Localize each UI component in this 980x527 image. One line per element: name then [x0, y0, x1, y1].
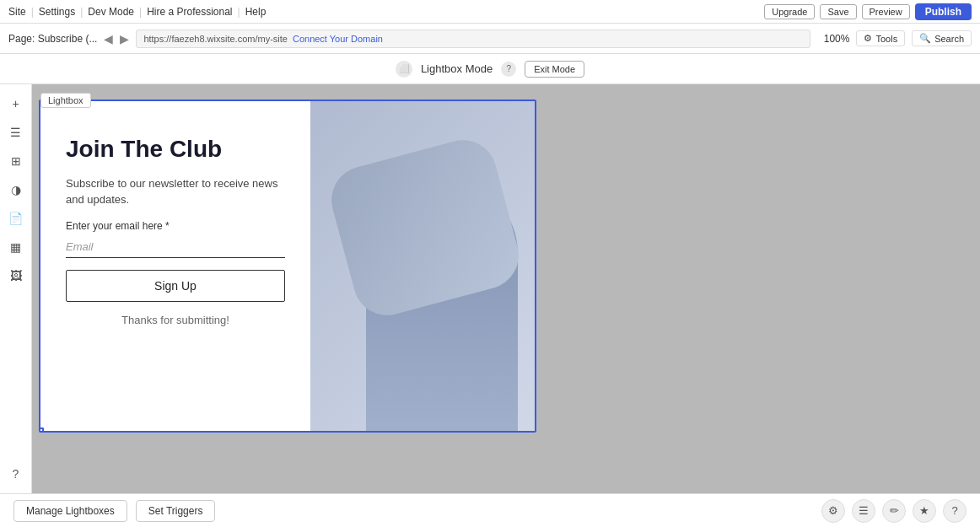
- star-circle-icon[interactable]: ★: [913, 499, 936, 523]
- canvas-area: + ☰ ⊞ ◑ 📄 ▦ 🖼 ? Lightbox Join The Club S…: [0, 84, 980, 493]
- lightbox-mode-label: Lightbox Mode: [421, 62, 493, 75]
- manage-lightboxes-button[interactable]: Manage Lightboxes: [13, 500, 127, 522]
- handle-bottom-left[interactable]: [39, 428, 44, 433]
- bottom-bar: Manage Lightboxes Set Triggers ⚙ ☰ ✏ ★ ?: [0, 493, 980, 527]
- upgrade-button[interactable]: Upgrade: [764, 4, 815, 19]
- nav-arrow-left[interactable]: ◀: [104, 32, 113, 46]
- edit-circle-icon[interactable]: ✏: [882, 499, 906, 523]
- hire-label[interactable]: Hire a Professional: [147, 6, 232, 18]
- lightbox-box[interactable]: Join The Club Subscribe to our newslette…: [39, 99, 536, 433]
- help-label[interactable]: Help: [245, 6, 267, 18]
- site-label: Site: [8, 6, 26, 18]
- lightbox-mode-bar: ⬜ Lightbox Mode ? Exit Mode: [0, 54, 980, 84]
- url-bar: https://faezeh8.wixsite.com/my-site Conn…: [136, 30, 810, 48]
- sidebar-icon-components[interactable]: ⊞: [3, 148, 29, 174]
- question-icon[interactable]: ?: [501, 62, 516, 77]
- preview-button[interactable]: Preview: [862, 4, 910, 19]
- top-bar-left: Site | Settings | Dev Mode | Hire a Prof…: [8, 6, 757, 18]
- exit-mode-button[interactable]: Exit Mode: [525, 61, 584, 78]
- connect-domain[interactable]: Connect Your Domain: [293, 34, 383, 44]
- bottom-left: Manage Lightboxes Set Triggers: [13, 500, 215, 522]
- sidebar-icon-theme[interactable]: ◑: [3, 177, 29, 202]
- signup-button[interactable]: Sign Up: [66, 270, 285, 302]
- second-bar: Page: Subscribe (... ◀ ▶ https://faezeh8…: [0, 24, 980, 54]
- lightbox-icon: ⬜: [399, 64, 409, 73]
- lightbox-image: [310, 101, 535, 431]
- sidebar-icon-media[interactable]: 🖼: [3, 263, 29, 288]
- email-label: Enter your email here *: [66, 220, 285, 232]
- lightbox-label: Lightbox: [40, 93, 91, 108]
- page-label: Page: Subscribe (...: [8, 33, 97, 45]
- bottom-right: ⚙ ☰ ✏ ★ ?: [821, 499, 967, 523]
- help-circle-icon[interactable]: ?: [943, 499, 967, 523]
- settings-circle-icon[interactable]: ⚙: [821, 499, 845, 523]
- email-field-wrapper: Enter your email here * Email: [66, 220, 285, 258]
- sidebar-icon-layers[interactable]: ☰: [3, 120, 29, 145]
- club-subtitle: Subscribe to our newsletter to receive n…: [66, 175, 285, 208]
- sidebar-icon-pages[interactable]: 📄: [3, 206, 29, 231]
- tools-button[interactable]: ⚙ Tools: [856, 30, 905, 46]
- search-icon: 🔍: [919, 33, 931, 44]
- lightbox-right-panel: [310, 101, 535, 431]
- devmode-label[interactable]: Dev Mode: [88, 6, 134, 18]
- search-button[interactable]: 🔍 Search: [912, 30, 972, 46]
- tools-icon: ⚙: [864, 33, 872, 44]
- tools-label: Tools: [875, 34, 897, 44]
- club-title: Join The Club: [66, 135, 285, 164]
- zoom-label: 100%: [824, 33, 850, 45]
- lightbox-mode-icon: ⬜: [396, 61, 412, 78]
- top-bar-right: Upgrade Save Preview Publish: [764, 3, 972, 20]
- sidebar-icon-help[interactable]: ?: [3, 461, 29, 487]
- search-label: Search: [934, 34, 964, 44]
- save-button[interactable]: Save: [820, 4, 856, 19]
- sidebar-icon-add[interactable]: +: [3, 91, 29, 116]
- list-circle-icon[interactable]: ☰: [852, 499, 875, 523]
- top-bar: Site | Settings | Dev Mode | Hire a Prof…: [0, 0, 980, 24]
- left-sidebar: + ☰ ⊞ ◑ 📄 ▦ 🖼 ?: [0, 84, 32, 493]
- set-triggers-button[interactable]: Set Triggers: [136, 500, 216, 522]
- publish-button[interactable]: Publish: [915, 3, 972, 20]
- email-input-wrapper[interactable]: Email: [66, 239, 285, 258]
- email-placeholder: Email: [66, 240, 94, 253]
- url-text: https://faezeh8.wixsite.com/my-site: [143, 34, 288, 44]
- settings-label[interactable]: Settings: [39, 6, 75, 18]
- lightbox-left-panel: Join The Club Subscribe to our newslette…: [40, 101, 310, 431]
- thanks-text: Thanks for submitting!: [66, 314, 285, 326]
- sidebar-icon-apps[interactable]: ▦: [3, 234, 29, 260]
- nav-arrow-right[interactable]: ▶: [120, 32, 129, 46]
